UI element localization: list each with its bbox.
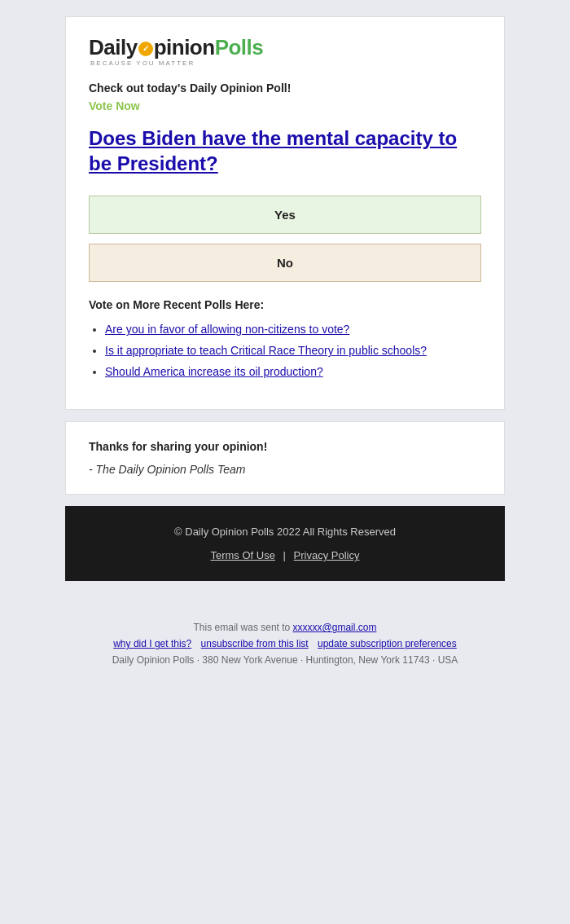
poll-link-3[interactable]: Should America increase its oil producti… <box>105 365 323 378</box>
yes-button[interactable]: Yes <box>89 196 481 234</box>
why-link[interactable]: why did I get this? <box>113 638 191 649</box>
logo-polls: Polls <box>215 35 264 59</box>
poll-question: Does Biden have the mental capacity to b… <box>89 125 481 176</box>
footer-links: Terms Of Use | Privacy Policy <box>81 549 489 561</box>
more-polls-title: Vote on More Recent Polls Here: <box>89 298 481 311</box>
logo-area: DailypinionPolls BECAUSE YOU MATTER <box>89 37 481 67</box>
privacy-link[interactable]: Privacy Policy <box>294 549 360 561</box>
update-prefs-link[interactable]: update subscription preferences <box>318 638 457 649</box>
poll-link-1[interactable]: Are you in favor of allowing non-citizen… <box>105 323 349 336</box>
poll-links-list: Are you in favor of allowing non-citizen… <box>89 323 481 378</box>
footer-dark: © Daily Opinion Polls 2022 All Rights Re… <box>65 506 505 581</box>
main-card: DailypinionPolls BECAUSE YOU MATTER Chec… <box>65 16 505 410</box>
thanks-team: - The Daily Opinion Polls Team <box>89 463 481 476</box>
bottom-address: Daily Opinion Polls · 380 New York Avenu… <box>16 654 554 666</box>
unsubscribe-link[interactable]: unsubscribe from this list <box>201 638 309 649</box>
bottom-links: why did I get this? unsubscribe from thi… <box>16 638 554 649</box>
bottom-email-text: This email was sent to xxxxxx@gmail.com <box>16 622 554 633</box>
no-button[interactable]: No <box>89 244 481 282</box>
terms-link[interactable]: Terms Of Use <box>210 549 274 561</box>
thanks-title: Thanks for sharing your opinion! <box>89 440 481 453</box>
footer-separator: | <box>283 549 286 561</box>
thanks-card: Thanks for sharing your opinion! - The D… <box>65 421 505 495</box>
email-sent-text: This email was sent to <box>194 622 293 633</box>
logo: DailypinionPolls <box>89 37 481 58</box>
poll-link-2[interactable]: Is it appropriate to teach Critical Race… <box>105 344 427 357</box>
vote-now-text: Vote Now <box>89 99 481 112</box>
logo-tagline: BECAUSE YOU MATTER <box>90 59 481 67</box>
footer-copyright: © Daily Opinion Polls 2022 All Rights Re… <box>81 526 489 538</box>
list-item: Should America increase its oil producti… <box>105 365 481 378</box>
logo-opinion: pinion <box>154 35 215 59</box>
logo-o-icon <box>138 42 153 56</box>
list-item: Is it appropriate to teach Critical Race… <box>105 344 481 357</box>
bottom-area: This email was sent to xxxxxx@gmail.com … <box>0 597 570 682</box>
check-out-text: Check out today's Daily Opinion Poll! <box>89 81 481 95</box>
email-address-link[interactable]: xxxxxx@gmail.com <box>293 622 377 633</box>
list-item: Are you in favor of allowing non-citizen… <box>105 323 481 336</box>
logo-daily: Daily <box>89 35 138 59</box>
